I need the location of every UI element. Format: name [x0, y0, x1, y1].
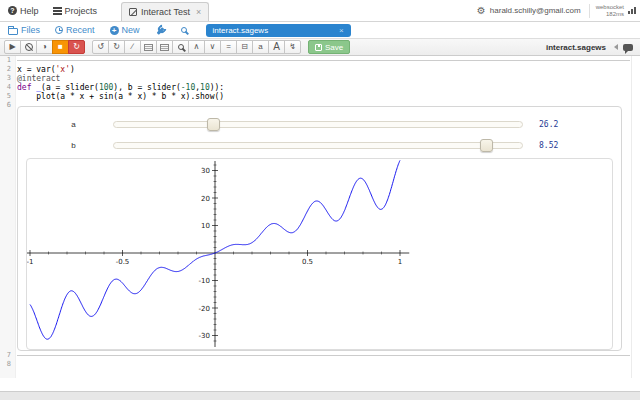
- save-button[interactable]: Save: [308, 40, 350, 54]
- code-token: x = var(: [17, 65, 56, 74]
- prev-cell-button[interactable]: ∧: [188, 40, 205, 54]
- code-line[interactable]: 4def _(a = slider(100), b = slider(-10,1…: [0, 83, 640, 92]
- tab-interact-test[interactable]: Interact Test ×: [121, 2, 209, 21]
- y-tick-label: -30: [199, 332, 210, 340]
- slider-handle[interactable]: [207, 118, 220, 131]
- help-icon: ?: [8, 6, 17, 15]
- interrupt-button[interactable]: [20, 40, 37, 54]
- nav-help-label: Help: [20, 6, 39, 16]
- code-line[interactable]: 7: [0, 351, 640, 360]
- code-text[interactable]: @interact: [14, 74, 640, 83]
- cell-divider[interactable]: [17, 355, 630, 356]
- nav-help[interactable]: ? Help: [8, 6, 39, 16]
- files-button[interactable]: Files: [8, 25, 40, 35]
- slider-track[interactable]: [113, 121, 523, 128]
- bolt-icon: ↯: [289, 41, 296, 53]
- code-text[interactable]: plot(a * x + sin(a * x) * b * x).show(): [14, 92, 640, 101]
- comment-button[interactable]: ∕: [124, 40, 141, 54]
- indent-button[interactable]: [156, 40, 173, 54]
- floppy-icon: [315, 44, 322, 51]
- collapse-left-icon[interactable]: [611, 44, 618, 50]
- search-button[interactable]: [181, 27, 187, 33]
- slider-value: 8.52: [535, 141, 613, 150]
- code-token: -10: [181, 83, 195, 92]
- code-line[interactable]: 2x = var('x'): [0, 65, 640, 74]
- code-line[interactable]: 8: [0, 360, 640, 369]
- autoindent-button[interactable]: =: [220, 40, 237, 54]
- font-decrease-icon: a: [258, 41, 262, 53]
- line-number: 6: [0, 101, 14, 106]
- plot-svg: -1-0.50.51-30-20-10102030: [27, 159, 598, 349]
- slider-handle[interactable]: [480, 139, 493, 152]
- settings-wrench-button[interactable]: [155, 25, 166, 36]
- code-text[interactable]: [14, 101, 640, 106]
- interact-output-cell: a26.2b8.52 -1-0.50.51-30-20-10102030: [17, 106, 622, 351]
- code-token: plot(a * x + sin(a * x) * b * x).show(): [17, 92, 224, 101]
- code-line[interactable]: 3@interact: [0, 74, 640, 83]
- line-number: 7: [0, 351, 14, 360]
- folder-icon: [8, 28, 18, 35]
- search-chip-close-icon[interactable]: ×: [339, 26, 344, 35]
- new-button[interactable]: + New: [110, 25, 140, 35]
- search-icon: [181, 27, 187, 33]
- font-decrease-button[interactable]: a: [252, 40, 269, 54]
- file-bar: Files Recent + New interact.sagews ×: [0, 22, 640, 38]
- websocket-label: websocket: [596, 4, 624, 11]
- code-token: def: [17, 83, 36, 92]
- restart-button[interactable]: ↻: [68, 40, 85, 54]
- account-email: harald.schilly@gmail.com: [490, 6, 581, 15]
- redo-button[interactable]: ↻: [108, 40, 125, 54]
- line-number: 8: [0, 360, 14, 369]
- run-button-group: ▶ ◑ ■ ↻: [4, 40, 85, 54]
- find-icon: [178, 44, 184, 50]
- stop-icon: ■: [58, 41, 63, 53]
- code-text[interactable]: [14, 360, 640, 369]
- websocket-latency: 182ms: [596, 11, 624, 18]
- code-line[interactable]: 5 plot(a * x + sin(a * x) * b * x).show(…: [0, 92, 640, 101]
- filename-search-chip[interactable]: interact.sagews ×: [206, 24, 351, 37]
- undo-button[interactable]: ↺: [92, 40, 109, 54]
- circle-slash-icon: [25, 43, 33, 51]
- edit-square-icon: [129, 8, 137, 16]
- recent-button[interactable]: Recent: [55, 25, 95, 35]
- code-token: ): [70, 65, 75, 74]
- slider-label: a: [46, 120, 101, 129]
- nav-projects-label: Projects: [65, 6, 98, 16]
- stop-button[interactable]: ■: [52, 40, 69, 54]
- cell-divider[interactable]: [17, 60, 630, 61]
- line-number: 2: [0, 65, 14, 74]
- outdent-icon: [144, 44, 153, 51]
- interact-slider-row-b: b8.52: [26, 137, 613, 153]
- code-text[interactable]: def _(a = slider(100), b = slider(-10,10…: [14, 83, 640, 92]
- font-increase-button[interactable]: A: [268, 40, 285, 54]
- y-tick-label: 10: [201, 222, 210, 230]
- adjust-icon: ◑: [42, 41, 47, 53]
- open-filename: interact.sagews: [546, 43, 606, 52]
- run-button[interactable]: ▶: [4, 40, 21, 54]
- next-cell-button[interactable]: ∨: [204, 40, 221, 54]
- chevron-down-icon: ∨: [210, 41, 216, 53]
- interact-slider-row-a: a26.2: [26, 116, 613, 132]
- nav-projects[interactable]: Projects: [53, 6, 98, 16]
- code-text[interactable]: x = var('x'): [14, 65, 640, 74]
- find-button[interactable]: [172, 40, 189, 54]
- tab-close-icon[interactable]: ×: [196, 7, 201, 17]
- font-increase-icon: A: [273, 41, 280, 53]
- format-button[interactable]: ↯: [284, 40, 301, 54]
- top-navbar: ? Help Projects Interact Test × ⚙ harald…: [0, 0, 640, 22]
- line-number: 3: [0, 74, 14, 83]
- files-label: Files: [21, 25, 40, 35]
- split-view-button[interactable]: ⊟: [236, 40, 253, 54]
- y-tick-label: -10: [199, 277, 210, 285]
- new-label: New: [122, 25, 140, 35]
- slider-track[interactable]: [113, 142, 523, 149]
- status-bar: [0, 391, 640, 400]
- outdent-button[interactable]: [140, 40, 157, 54]
- chat-icon[interactable]: [623, 44, 633, 51]
- recent-label: Recent: [66, 25, 95, 35]
- account-menu[interactable]: ⚙ harald.schilly@gmail.com: [477, 6, 581, 16]
- code-line[interactable]: 6: [0, 101, 640, 106]
- worksheet-editor: 12x = var('x')3@interact4def _(a = slide…: [0, 56, 640, 391]
- toggle-output-button[interactable]: ◑: [36, 40, 53, 54]
- code-line[interactable]: 1: [0, 56, 640, 65]
